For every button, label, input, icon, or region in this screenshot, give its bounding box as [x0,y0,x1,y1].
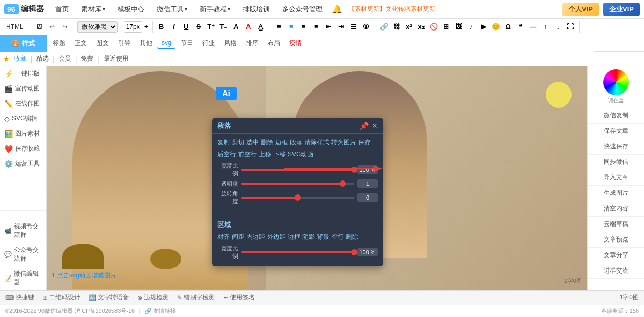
music-btn[interactable]: ♪ [465,21,477,33]
zone-shadow[interactable]: 阴影 [302,233,315,241]
footer-copyright[interactable]: ©2016-2022 96微信编辑器 沪ICP备19026583号-16 [5,307,135,315]
zone-bg[interactable]: 背景 [317,233,329,241]
action-save[interactable]: 保存 [358,138,371,147]
filter-vip[interactable]: 会员 [58,54,71,63]
align-right-btn[interactable]: ≡ [298,21,310,33]
filter-collect[interactable]: 收藏 [14,54,26,63]
tb-html-btn[interactable]: HTML [3,22,26,32]
nav-materials[interactable]: 素材库 [76,3,110,16]
style-tab-industry[interactable]: 行业 [198,38,219,49]
font-color-btn[interactable]: A [243,21,254,33]
style-tab-svg[interactable]: svg [157,38,175,49]
list-num-btn[interactable]: ① [360,21,372,33]
style-tab-guide[interactable]: 引导 [114,38,135,49]
clear-format-btn[interactable]: 🚫 [428,21,440,33]
action-before-line[interactable]: 前空行 [238,150,257,159]
quote-btn[interactable]: ❝ [515,21,526,33]
action-after-line[interactable]: 后空行 [217,150,236,159]
slider-width-thumb[interactable] [351,167,357,173]
right-cloud-draft[interactable]: 云端草稿 [588,217,644,232]
nav-home[interactable]: 首页 [50,3,74,16]
nav-typeset[interactable]: 排版培训 [238,3,275,16]
right-gen-image[interactable]: 生成图片 [588,186,644,201]
personal-vip-button[interactable]: 个人VIP [562,3,599,16]
superscript-btn[interactable]: T⁺ [206,21,217,33]
slider-opacity-track[interactable] [241,183,354,185]
action-copy[interactable]: 复制 [217,138,230,147]
nav-templates[interactable]: 模板中心 [112,3,150,16]
indent-right-btn[interactable]: ⇥ [335,21,347,33]
unlink-btn[interactable]: ⛓ [391,21,402,33]
filter-free[interactable]: 免费 [81,54,93,63]
emoji-btn[interactable]: 😊 [490,21,502,33]
fullscreen-btn[interactable]: ⛶ [565,21,576,33]
right-share[interactable]: 文章分享 [588,248,644,263]
bottom-use-signature[interactable]: ✒ 使用签名 [223,293,255,302]
filter-featured[interactable]: 精选 [36,54,49,63]
tb-undo-btn[interactable]: ↩ [47,22,58,32]
popup-close-btn[interactable]: ✕ [372,122,378,130]
nav-tutorials[interactable]: 新手教程 [195,3,236,16]
action-cut[interactable]: 剪切 [232,138,244,147]
more-btn[interactable]: ↑ [540,21,551,33]
font-family-select[interactable]: 微软雅黑 [77,21,118,33]
nav-multi-account[interactable]: 多公众号管理 [277,3,328,16]
bottom-shortcuts[interactable]: ⌨ 快捷键 [5,293,34,302]
slider-zone-width-track[interactable] [241,251,354,253]
action-to-image[interactable]: 转为图片 [331,138,356,147]
zone-padding[interactable]: 内边距 [246,233,265,241]
right-quick-save[interactable]: 快速保存 [588,139,644,155]
style-tab-active-label[interactable]: 🎨 样式 [0,35,47,52]
right-clear[interactable]: 清空内容 [588,201,644,217]
announcement-text[interactable]: 【素材更新】文化传承素材更新 [348,5,435,13]
slider-zone-width-thumb[interactable] [351,249,357,255]
super-btn[interactable]: x² [403,21,415,33]
sidebar-item-tools[interactable]: ⚙️ 运营工具 [0,156,46,171]
right-sync-wechat[interactable]: 同步微信 [588,155,644,170]
tb-img-btn[interactable]: 🖼 [33,22,46,32]
right-join-group[interactable]: 进群交流 [588,263,644,279]
style-tab-style[interactable]: 风格 [220,38,241,49]
action-clear-style[interactable]: 清除样式 [304,138,329,147]
image-caption[interactable]: 1.点击svg动画增减图片 [52,271,116,280]
action-border[interactable]: 边框 [275,138,288,147]
style-tab-text[interactable]: 正文 [70,38,91,49]
slider-opacity-thumb[interactable] [340,180,346,187]
action-svg-anim[interactable]: SVG动画 [288,150,313,159]
link-btn[interactable]: 🔗 [378,21,390,33]
action-delete[interactable]: 删除 [261,138,273,147]
style-tab-holiday[interactable]: 节日 [177,38,197,49]
list-btn[interactable]: ☰ [348,21,359,33]
video-btn[interactable]: ▶ [478,21,489,33]
slider-rotate-thumb[interactable] [295,194,301,201]
img-insert-btn[interactable]: 🖼 [453,21,464,33]
sidebar-item-images[interactable]: 🖼️ 图片素材 [0,126,46,141]
tb-redo-btn[interactable]: ↪ [59,22,70,32]
action-select[interactable]: 选中 [246,138,259,147]
sidebar-item-save[interactable]: ❤️ 保存收藏 [0,141,46,156]
zone-gap[interactable]: 间距 [232,233,244,241]
style-tab-sort[interactable]: 排序 [242,38,262,49]
right-save-article[interactable]: 保存文章 [588,124,644,139]
style-tab-imgtext[interactable]: 图文 [92,38,113,49]
zone-delete[interactable]: 删除 [346,233,358,241]
align-center-btn[interactable]: ≡ [286,21,297,33]
footer-friendly-link[interactable]: 🔗 友情链接 [144,307,176,315]
sidebar-item-videogroup[interactable]: 📹 视频号交流群 [0,219,46,243]
font-size-large-btn[interactable]: A [230,21,242,33]
style-tab-epidemic[interactable]: 疫情 [285,38,306,49]
right-preview[interactable]: 文章预览 [588,232,644,248]
slider-rotate-value[interactable] [357,193,378,202]
subscript-btn[interactable]: T₋ [218,21,229,33]
color-wheel[interactable] [603,69,629,95]
table-btn[interactable]: ⊞ [441,21,452,33]
slider-rotate-track[interactable] [241,197,354,199]
align-left-btn[interactable]: ≡ [273,21,285,33]
action-move-up[interactable]: 上移 [259,150,271,159]
action-move-down[interactable]: 下移 [273,150,286,159]
zone-margin[interactable]: 外边距 [267,233,286,241]
zone-emptyline[interactable]: 空行 [331,233,344,241]
zone-border[interactable]: 边框 [288,233,300,241]
underline-btn[interactable]: U [181,21,192,33]
right-import[interactable]: 导入文章 [588,170,644,186]
